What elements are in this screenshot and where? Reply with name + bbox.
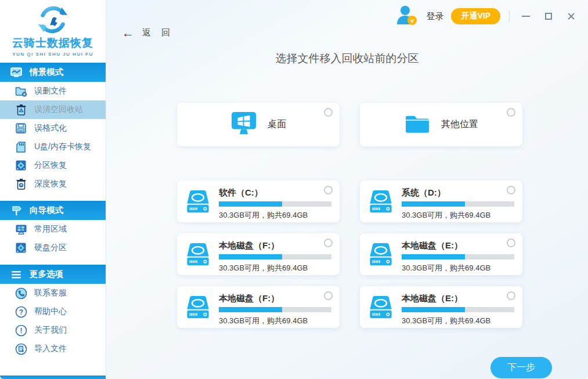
- deep-recovery-icon: [15, 178, 27, 190]
- scene-mode-icon: [10, 66, 23, 79]
- radio-button[interactable]: [324, 186, 333, 194]
- back-button[interactable]: ← 返 回: [122, 27, 174, 39]
- folder-icon: [404, 113, 431, 137]
- radio-button[interactable]: [324, 291, 333, 300]
- app-subtitle: YUN QI SHI SHU JU HUI FU: [0, 52, 106, 57]
- user-avatar-icon[interactable]: v: [395, 5, 419, 28]
- drive-card-grid: 软件（C:） 30.3GB可用，购共69.4GB 系统（D:） 30.3GB可用…: [177, 181, 522, 328]
- drive-card[interactable]: 本地磁盘（F:） 30.3GB可用，购共69.4GB: [177, 233, 340, 275]
- radio-button[interactable]: [324, 108, 333, 117]
- partition-recovery-icon: [15, 159, 27, 172]
- controls-divider: [509, 10, 510, 22]
- radio-button[interactable]: [507, 291, 515, 300]
- drive-card[interactable]: 软件（C:） 30.3GB可用，购共69.4GB: [177, 181, 340, 222]
- capacity-progress: [402, 307, 514, 312]
- capacity-progress: [402, 254, 514, 259]
- sidebar-item-misformatted[interactable]: 误格式化: [0, 119, 106, 138]
- usb-sd-recovery-icon: [15, 140, 27, 153]
- drive-capacity-text: 30.3GB可用，购共69.4GB: [402, 263, 514, 273]
- misdeleted-files-icon: [15, 85, 27, 98]
- drive-icon: [367, 240, 394, 269]
- drive-name: 软件（C:）: [219, 187, 331, 198]
- page-title: 选择文件移入回收站前的分区: [106, 51, 588, 66]
- svg-text:?: ?: [19, 308, 23, 316]
- misformatted-icon: [15, 122, 27, 135]
- import-file-icon: [15, 342, 27, 355]
- sidebar-item-deep-recovery[interactable]: 深度恢复: [0, 175, 106, 193]
- about-us-icon: !: [15, 324, 27, 337]
- drive-card[interactable]: 本地磁盘（E:） 30.3GB可用，购共69.4GB: [360, 233, 522, 275]
- disk-partition-icon: [15, 241, 27, 254]
- sidebar-bottom-bar: [0, 376, 106, 379]
- radio-button[interactable]: [507, 186, 515, 194]
- more-options-icon: [10, 268, 23, 281]
- sidebar-section-more-options: 更多选项: [0, 265, 106, 284]
- drive-card[interactable]: 本地磁盘（F:） 30.3GB可用，购共69.4GB: [177, 286, 340, 328]
- drive-capacity-text: 30.3GB可用，购共69.4GB: [402, 316, 514, 326]
- sidebar-item-import-file[interactable]: 导入文件: [0, 340, 106, 358]
- radio-button[interactable]: [324, 239, 333, 247]
- svg-text:v: v: [410, 17, 414, 24]
- drive-icon: [185, 293, 211, 322]
- drive-name: 系统（D:）: [402, 187, 514, 198]
- emptied-recycle-bin-icon: [15, 103, 27, 116]
- titlebar: v 登录 开通VIP ✕: [395, 5, 579, 28]
- drive-name: 本地磁盘（E:）: [402, 293, 514, 304]
- capacity-progress: [219, 254, 331, 259]
- capacity-progress: [402, 201, 514, 207]
- wizard-mode-icon: [10, 204, 23, 217]
- drive-name: 本地磁盘（F:）: [219, 240, 331, 251]
- sidebar-item-emptied-recycle-bin[interactable]: 误清空回收站: [0, 100, 106, 119]
- contact-support-icon: [15, 287, 27, 299]
- back-arrow-icon: ←: [122, 27, 134, 39]
- app-window: v 登录 开通VIP ✕: [0, 0, 588, 379]
- capacity-progress: [219, 201, 331, 207]
- drive-icon: [367, 187, 394, 216]
- sidebar: 云骑士数据恢复 YUN QI SHI SHU JU HUI FU 情景模式 误删…: [0, 0, 106, 379]
- radio-button[interactable]: [507, 239, 515, 247]
- app-title: 云骑士数据恢复: [0, 35, 106, 50]
- capacity-progress-fill: [402, 201, 465, 207]
- location-card-desktop[interactable]: 桌面: [177, 103, 340, 146]
- login-link[interactable]: 登录: [426, 11, 443, 22]
- sidebar-item-usb-sd-recovery[interactable]: U盘/内存卡恢复: [0, 138, 106, 156]
- sidebar-item-contact-support[interactable]: 联系客服: [0, 284, 106, 302]
- capacity-progress-fill: [219, 254, 282, 259]
- location-card-other-location[interactable]: 其他位置: [360, 103, 522, 146]
- sidebar-section-wizard-mode: 向导模式: [0, 201, 106, 220]
- app-logo: 云骑士数据恢复 YUN QI SHI SHU JU HUI FU: [0, 0, 106, 63]
- sidebar-item-partition-recovery[interactable]: 分区恢复: [0, 156, 106, 175]
- drive-icon: [185, 240, 211, 269]
- sidebar-item-disk-partition[interactable]: 硬盘分区: [0, 239, 106, 257]
- capacity-progress: [219, 307, 331, 312]
- sidebar-item-about-us[interactable]: ! 关于我们: [0, 321, 106, 340]
- drive-card[interactable]: 本地磁盘（E:） 30.3GB可用，购共69.4GB: [360, 286, 522, 328]
- common-areas-icon: [15, 223, 27, 236]
- drive-capacity-text: 30.3GB可用，购共69.4GB: [219, 210, 331, 221]
- drive-card[interactable]: 系统（D:） 30.3GB可用，购共69.4GB: [360, 181, 522, 222]
- help-center-icon: ?: [15, 305, 27, 318]
- logo-recycle-arrows-icon: [0, 3, 106, 37]
- sidebar-nav: 情景模式 误删文件 误清空回收站 误格式化 U盘/内存卡恢复 分区恢复 深度恢复…: [0, 63, 106, 358]
- sidebar-item-help-center[interactable]: ? 帮助中心: [0, 302, 106, 321]
- capacity-progress-fill: [402, 307, 465, 312]
- desktop-icon: [230, 111, 257, 138]
- drive-capacity-text: 30.3GB可用，购共69.4GB: [219, 316, 331, 326]
- capacity-progress-fill: [219, 201, 282, 207]
- sidebar-item-common-areas[interactable]: 常用区域: [0, 220, 106, 239]
- open-vip-button[interactable]: 开通VIP: [451, 8, 500, 24]
- minimize-icon[interactable]: [518, 9, 533, 24]
- drive-capacity-text: 30.3GB可用，购共69.4GB: [402, 210, 514, 221]
- sidebar-section-scene-mode: 情景模式: [0, 63, 106, 82]
- close-icon[interactable]: ✕: [564, 9, 579, 24]
- radio-button[interactable]: [507, 108, 515, 117]
- svg-text:!: !: [20, 327, 22, 335]
- sidebar-item-misdeleted-files[interactable]: 误删文件: [0, 82, 106, 100]
- maximize-icon[interactable]: [541, 9, 556, 24]
- drive-capacity-text: 30.3GB可用，购共69.4GB: [219, 263, 331, 273]
- capacity-progress-fill: [402, 254, 465, 259]
- next-step-button[interactable]: 下一步: [490, 357, 552, 378]
- drive-icon: [185, 187, 211, 216]
- back-label: 返 回: [142, 27, 174, 38]
- drive-icon: [367, 293, 394, 322]
